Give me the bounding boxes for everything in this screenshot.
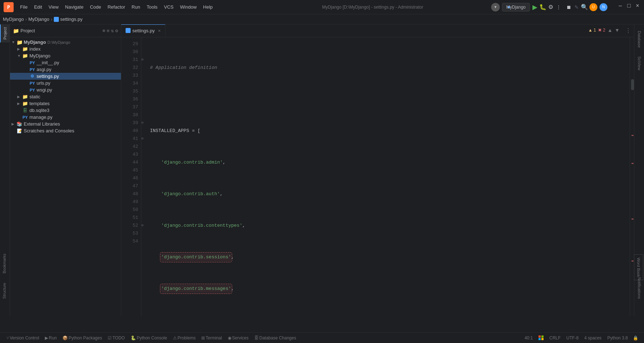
- packages-label: Python Packages: [69, 335, 102, 340]
- structure-tab[interactable]: Structure: [0, 280, 10, 302]
- edit-config-button[interactable]: ✎: [574, 4, 579, 10]
- maximize-button[interactable]: □: [626, 3, 632, 9]
- project-tab[interactable]: Project: [0, 24, 10, 42]
- breadcrumb-part-2[interactable]: MyDjango: [28, 17, 50, 22]
- menu-vcs[interactable]: VCS: [161, 3, 177, 11]
- run-config-dropdown[interactable]: ■ MyDjango ▼: [502, 3, 530, 11]
- fold-41[interactable]: ⊖: [141, 135, 147, 143]
- status-version-control[interactable]: ⑂ Version Control: [4, 335, 42, 340]
- tree-root[interactable]: ▼ 📁 MyDjango D:\MyDjango: [10, 39, 121, 46]
- panel-add-btn[interactable]: ⊕: [103, 28, 105, 33]
- status-python-version[interactable]: Python 3.8: [605, 335, 631, 340]
- status-encoding[interactable]: UTF-8: [564, 335, 582, 340]
- menu-file[interactable]: File: [17, 3, 30, 11]
- breadcrumb-file[interactable]: settings.py: [54, 17, 83, 22]
- tree-init[interactable]: PY __init__.py: [10, 59, 121, 66]
- notifications-button[interactable]: N: [600, 3, 607, 11]
- status-terminal[interactable]: ⊞ Terminal: [198, 335, 225, 340]
- urls-label: urls.py: [37, 80, 50, 86]
- status-python-console[interactable]: 🐍 Python Console: [128, 335, 170, 340]
- fold-39[interactable]: ⊖: [141, 119, 147, 127]
- menu-window[interactable]: Window: [177, 3, 199, 11]
- status-run[interactable]: ▶ Run: [42, 335, 60, 340]
- warning-count: ▲ 1: [588, 28, 596, 33]
- status-services[interactable]: ◉ Services: [225, 335, 252, 340]
- mydjango-folder-icon: 📁: [22, 53, 28, 58]
- menu-tools[interactable]: Tools: [144, 3, 160, 11]
- tree-scratches[interactable]: 📝 Scratches and Consoles: [10, 127, 121, 134]
- templates-label: templates: [29, 101, 50, 106]
- code-editor[interactable]: 2930313233 3435363738 3940414243 4445464…: [121, 37, 634, 316]
- tree-settings[interactable]: ⚙ settings.py: [10, 73, 121, 80]
- tree-manage[interactable]: PY manage.py: [10, 114, 121, 121]
- user-avatar[interactable]: U: [589, 3, 597, 11]
- status-line-ending[interactable]: CRLF: [546, 335, 563, 340]
- fold-indicators: ⊖ ⊖ ⊖ ⊖: [141, 37, 147, 316]
- debug-button[interactable]: 🐛: [540, 4, 546, 10]
- menu-help[interactable]: Help: [200, 3, 216, 11]
- menu-edit[interactable]: Edit: [31, 3, 45, 11]
- database-tab[interactable]: Database: [635, 28, 644, 51]
- status-db-changes[interactable]: 🗄 Database Changes: [252, 335, 299, 340]
- tree-wsgi[interactable]: PY wsgi.py: [10, 86, 121, 93]
- minimize-button[interactable]: –: [617, 3, 623, 9]
- search-everywhere-button[interactable]: 🔍: [582, 4, 587, 10]
- services-label: Services: [232, 335, 249, 340]
- tree-templates[interactable]: ▶ 📁 templates: [10, 100, 121, 107]
- more-run-button[interactable]: ⋮: [556, 4, 561, 10]
- python-version-value: Python 3.8: [607, 335, 628, 340]
- code-content[interactable]: # Application definition INSTALLED_APPS …: [147, 37, 630, 316]
- menu-view[interactable]: View: [46, 3, 61, 11]
- status-problems[interactable]: ⚠ Problems: [170, 335, 199, 340]
- menu-run[interactable]: Run: [129, 3, 143, 11]
- panel-folder-icon: 📁: [13, 28, 19, 34]
- tab-close-btn[interactable]: ×: [158, 28, 161, 33]
- fold-52[interactable]: ⊖: [141, 222, 147, 230]
- panel-collapse-btn[interactable]: ≡: [107, 28, 110, 33]
- git-icon: ⑂: [6, 335, 9, 340]
- status-python-packages[interactable]: 📦 Python Packages: [60, 335, 105, 340]
- run-label: Run: [49, 335, 57, 340]
- warnings-up-arrow[interactable]: ▲: [607, 27, 612, 33]
- status-lock-icon[interactable]: 🔒: [631, 335, 640, 340]
- breadcrumb-part-1[interactable]: MyDjango: [3, 17, 24, 22]
- coverage-button[interactable]: ⚙: [548, 4, 554, 10]
- editor-warnings-area: ▲ 1 ✖ 2 ▲ ▼: [588, 27, 620, 33]
- wordbook-tab[interactable]: Word Book: [634, 254, 643, 280]
- terminal-label: Terminal: [206, 335, 222, 340]
- fold-31[interactable]: ⊖: [141, 56, 147, 64]
- tree-external-libs[interactable]: ▶ 📚 External Libraries: [10, 121, 121, 127]
- scrollbar-thumb[interactable]: [631, 79, 634, 90]
- run-button[interactable]: ▶: [532, 4, 538, 10]
- panel-settings-btn[interactable]: ⚙: [115, 28, 118, 33]
- sciview-tab[interactable]: SciView: [635, 53, 644, 73]
- menu-code[interactable]: Code: [87, 3, 104, 11]
- profile-dropdown[interactable]: ▼: [491, 3, 500, 11]
- breadcrumb: MyDjango › MyDjango › settings.py: [0, 14, 644, 24]
- tab-bar: settings.py × ▲ 1 ✖ 2 ▲ ▼ ⋮: [121, 24, 634, 37]
- right-sidebar: Database SciView Notifications Word Book: [634, 24, 644, 316]
- warnings-down-arrow[interactable]: ▼: [615, 27, 620, 33]
- stop-button[interactable]: ⏹: [566, 4, 572, 10]
- console-icon: 🐍: [131, 335, 136, 340]
- tree-urls[interactable]: PY urls.py: [10, 80, 121, 86]
- tab-more-btn[interactable]: ⋮: [625, 27, 631, 34]
- tree-asgi[interactable]: PY asgi.py: [10, 66, 121, 73]
- tree-static[interactable]: ▶ 📁 static: [10, 93, 121, 100]
- code-line-31: INSTALLED_APPS = [: [150, 127, 627, 135]
- close-button[interactable]: ×: [635, 3, 640, 9]
- menu-refactor[interactable]: Refactor: [105, 3, 128, 11]
- tree-mydjango-folder[interactable]: ▼ 📁 MyDjango: [10, 52, 121, 59]
- index-label: index: [29, 46, 41, 52]
- status-indent[interactable]: 4 spaces: [582, 335, 605, 340]
- tree-index[interactable]: ▶ 📁 index: [10, 46, 121, 52]
- editor-tab-settings[interactable]: settings.py ×: [121, 24, 165, 37]
- tree-db[interactable]: 🗄 db.sqlite3: [10, 107, 121, 114]
- status-cursor-pos[interactable]: 40:1: [522, 335, 536, 340]
- status-todo[interactable]: ☑ TODO: [105, 335, 127, 340]
- bookmarks-tab[interactable]: Bookmarks: [0, 251, 10, 276]
- error-count: ✖ 2: [598, 28, 605, 33]
- file-tree: ▼ 📁 MyDjango D:\MyDjango ▶ 📁 index ▼ 📁 M…: [10, 37, 121, 316]
- panel-sync-btn[interactable]: ⇅: [111, 28, 114, 33]
- menu-navigate[interactable]: Navigate: [62, 3, 86, 11]
